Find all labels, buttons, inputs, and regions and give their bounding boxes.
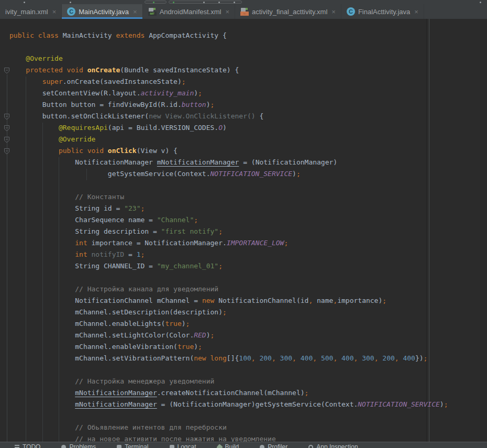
code-line: mNotificationManager.createNotificationC… (0, 387, 487, 399)
code-line: button.setOnClickListener(new View.OnCli… (0, 111, 487, 122)
toolbar-dot (24, 2, 25, 3)
manifest-file-icon: MF (148, 7, 157, 16)
code-line: NotificationChannel mChannel = new Notif… (0, 295, 487, 307)
code-line (0, 180, 487, 191)
build-icon (216, 444, 223, 448)
fold-collapse-icon[interactable] (4, 113, 10, 120)
device-selector-widget[interactable] (169, 1, 242, 4)
toolwindow-button-logcat[interactable]: Logcat (170, 443, 196, 448)
code-line: super.onCreate(savedInstanceState); (0, 76, 487, 88)
toolwindow-label: Logcat (178, 443, 196, 448)
tab-ivity_main.xml[interactable]: ivity_main.xml× (0, 4, 62, 19)
code-line (0, 364, 487, 376)
tab-label: activity_final_acttivity.xml (252, 8, 327, 16)
code-line: protected void onCreate(Bundle savedInst… (0, 64, 487, 76)
fold-collapse-icon[interactable] (4, 67, 10, 74)
code-line: @RequiresApi(api = Build.VERSION_CODES.O… (0, 122, 487, 134)
logcat-icon (170, 445, 174, 448)
tab-close-icon[interactable]: × (331, 8, 336, 15)
terminal-icon (117, 445, 121, 448)
code-line: mNotificationManager = (NotificationMana… (0, 399, 487, 410)
toolwindow-label: Problems (69, 443, 96, 448)
tab-close-icon[interactable]: × (225, 8, 229, 15)
code-line: String description = "first notify"; (0, 226, 487, 237)
toolwindow-label: TODO (23, 443, 40, 448)
code-line: mChannel.setDescription(description); (0, 307, 487, 318)
toolbar-dot (234, 2, 235, 3)
tab-label: AndroidManifest.xml (160, 8, 222, 16)
toolwindow-label: Terminal (125, 443, 148, 448)
profiler-icon (260, 445, 264, 448)
toolbar-dot (70, 2, 71, 3)
code-line: @Override (0, 53, 487, 64)
code-line: public class MainActivity extends AppCom… (0, 30, 487, 41)
toolbar-dot (218, 2, 220, 3)
java-class-icon: C (67, 7, 75, 16)
fold-collapse-icon[interactable] (4, 125, 10, 132)
code-line: // Константы (0, 191, 487, 203)
layout-xml-file-icon: ·· (240, 7, 249, 16)
toolwindow-button-terminal[interactable]: Terminal (117, 443, 148, 448)
toolwindow-button-profiler[interactable]: Profiler (260, 443, 287, 448)
code-line: mChannel.setVibrationPattern(new long[]{… (0, 353, 487, 364)
code-line: String id = "23"; (0, 203, 487, 214)
code-line (0, 272, 487, 283)
code-line: setContentView(R.layout.activity_main); (0, 88, 487, 99)
code-line: // Настройка канала для уведомлений (0, 283, 487, 295)
code-line: getSystemService(Context.NOTIFICATION_SE… (0, 168, 487, 180)
toolwindow-button-app-inspection[interactable]: App Inspection (308, 443, 358, 448)
code-line: NotificationManager mNotificationManager… (0, 157, 487, 168)
run-config-widget[interactable] (145, 1, 167, 4)
code-line: int importance = NotificationManager.IMP… (0, 237, 487, 249)
code-area[interactable]: public class MainActivity extends AppCom… (0, 30, 487, 442)
tool-window-bar: TODOProblemsTerminalLogcatBuildProfilerA… (0, 442, 487, 448)
problems-icon (61, 445, 66, 448)
todo-icon (15, 445, 19, 448)
tab-label: FinalActtivity.java (358, 8, 410, 16)
code-line: int notifyID = 1; (0, 249, 487, 260)
code-line: CharSequence name = "Channel"; (0, 214, 487, 226)
toolwindow-label: App Inspection (316, 443, 358, 448)
main-toolbar-edge (0, 0, 487, 4)
toolwindow-label: Build (225, 443, 239, 448)
run-icon[interactable] (153, 2, 154, 3)
code-editor[interactable]: public class MainActivity extends AppCom… (0, 19, 487, 442)
toolwindow-button-build[interactable]: Build (217, 443, 239, 448)
code-line: // Настройка менеджера уведомлений (0, 376, 487, 387)
toolwindow-label: Profiler (268, 443, 287, 448)
toolbar-dot (203, 2, 205, 3)
fold-collapse-icon[interactable] (4, 148, 10, 155)
code-line: mChannel.enableVibration(true); (0, 341, 487, 353)
debug-icon[interactable] (173, 2, 174, 3)
code-line (0, 410, 487, 422)
tab-MainActivity.java[interactable]: CMainActivity.java× (62, 4, 142, 19)
toolwindow-button-todo[interactable]: TODO (15, 443, 40, 448)
tab-activity_final_acttivity.xml[interactable]: ··activity_final_acttivity.xml× (235, 4, 341, 19)
tab-label: MainActivity.java (79, 8, 129, 16)
toolwindow-button-problems[interactable]: Problems (61, 443, 96, 448)
code-line (0, 41, 487, 53)
code-line: public void onClick(View v) { (0, 145, 487, 157)
fold-collapse-icon[interactable] (4, 136, 10, 143)
tab-close-icon[interactable]: × (133, 8, 137, 15)
toolbar-dot (480, 2, 481, 3)
tab-close-icon[interactable]: × (52, 8, 57, 15)
code-line: mChannel.setLightColor(Color.RED); (0, 330, 487, 341)
code-line: mChannel.enableLights(true); (0, 318, 487, 330)
inspect-icon (308, 445, 313, 448)
code-line: Button button = findViewById(R.id.button… (0, 99, 487, 111)
ide-window: ivity_main.xml×CMainActivity.java×MFAndr… (0, 0, 487, 448)
code-line: String CHANNEL_ID = "my_channel_01"; (0, 260, 487, 272)
code-line: // на новое активити после нажатия на ув… (0, 433, 487, 442)
java-class-icon: C (347, 7, 355, 16)
code-line: @Override (0, 134, 487, 145)
editor-tab-bar: ivity_main.xml×CMainActivity.java×MFAndr… (0, 4, 487, 19)
tab-close-icon[interactable]: × (414, 8, 418, 15)
code-line: // Обьявление интентов для переброски (0, 422, 487, 433)
tab-AndroidManifest.xml[interactable]: MFAndroidManifest.xml× (143, 4, 235, 19)
tab-label: ivity_main.xml (5, 8, 48, 16)
tab-FinalActtivity.java[interactable]: CFinalActtivity.java× (341, 4, 424, 19)
